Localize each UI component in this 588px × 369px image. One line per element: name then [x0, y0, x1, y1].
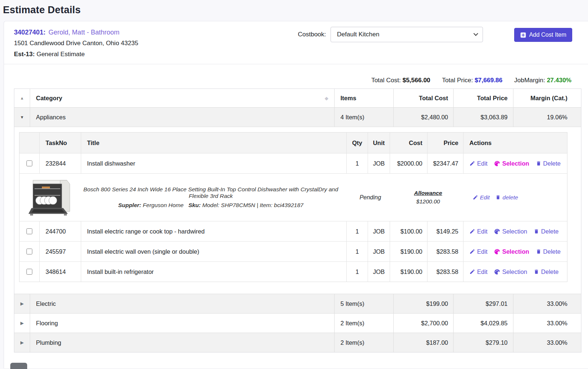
item-title: Install built-in refrigerator [81, 262, 347, 282]
selection-link[interactable]: Selection [494, 160, 529, 167]
category-row-plumbing[interactable]: ▶ Plumbing 2 Item(s) $187.00 $279.10 33.… [14, 333, 581, 352]
sort-icon[interactable]: ◆ [325, 95, 328, 101]
row-checkbox[interactable] [26, 228, 32, 234]
category-margin: 33.00% [513, 333, 581, 352]
costbook-label: Costbook: [298, 31, 326, 38]
category-row-flooring[interactable]: ▶ Flooring 2 Item(s) $2,700.00 $4,029.85… [14, 314, 581, 333]
collapse-icon[interactable]: ▼ [20, 115, 24, 119]
expand-icon[interactable]: ▶ [20, 340, 24, 345]
pencil-icon [469, 160, 475, 166]
item-taskno: 232844 [40, 153, 81, 173]
taskno-column-header: TaskNo [40, 133, 81, 153]
category-items: 2 Item(s) [335, 314, 394, 333]
item-unit: JOB [368, 242, 390, 261]
item-price: $283.58 [428, 262, 463, 282]
item-title: Install electric range or cook top - har… [81, 221, 347, 241]
price-column-header: Price [428, 133, 463, 153]
job-margin-value: 27.430% [547, 77, 571, 84]
pencil-icon [473, 195, 478, 200]
delete-link[interactable]: Delete [536, 160, 561, 167]
supplier-value: Ferguson Home [143, 202, 184, 208]
trash-icon [536, 249, 541, 254]
plus-square-icon [520, 32, 526, 38]
costbook-select[interactable]: Default Kitchen [331, 27, 483, 42]
category-table: ▲ Category◆ Items Total Cost Total Price… [14, 88, 581, 352]
category-row-appliances[interactable]: ▼ Appliances 4 Item(s) $2,480.00 $3,063.… [14, 108, 581, 127]
add-cost-item-label: Add Cost Item [529, 32, 566, 38]
edit-link[interactable]: Edit [469, 248, 487, 255]
category-total-cost: $2,480.00 [394, 108, 454, 127]
category-column-header: Category [36, 95, 62, 102]
item-taskno: 245597 [40, 242, 81, 261]
category-items: 2 Item(s) [335, 333, 394, 352]
item-cost: $100.00 [390, 221, 428, 241]
item-cost: $2000.00 [390, 153, 428, 173]
product-title: Bosch 800 Series 24 Inch Wide 16 Place S… [76, 186, 345, 199]
edit-link[interactable]: Edit [469, 268, 487, 275]
edit-link[interactable]: Edit [469, 160, 487, 167]
allowance-value: $1200.00 [416, 198, 440, 205]
item-cost: $190.00 [390, 262, 428, 282]
delete-link[interactable]: Delete [536, 248, 561, 255]
category-name: Electric [30, 294, 335, 313]
trash-icon [495, 195, 501, 200]
row-checkbox[interactable] [26, 249, 32, 254]
expand-icon[interactable]: ▶ [20, 301, 24, 306]
category-margin: 33.00% [513, 294, 581, 313]
job-margin-label: JobMargin: [514, 77, 545, 84]
item-price: $2347.47 [428, 153, 463, 173]
estimate-id-label: Est-13: [14, 51, 35, 58]
sku-value: Model: SHP78CM5N | Item: bci4392187 [202, 202, 303, 208]
job-number-link[interactable]: 34027401: [14, 29, 46, 36]
clipped-bottom-button[interactable] [10, 363, 27, 369]
category-total-cost: $2,700.00 [394, 314, 454, 333]
item-row: 245597 Install electric wall oven (singl… [19, 242, 567, 262]
item-unit: JOB [368, 221, 390, 241]
qty-column-header: Qty [347, 133, 368, 153]
trash-icon [536, 160, 541, 166]
pencil-icon [469, 269, 475, 275]
cost-column-header: Cost [390, 133, 428, 153]
edit-link[interactable]: Edit [469, 228, 487, 235]
product-status: Pending [349, 194, 392, 201]
item-table: TaskNo Title Qty Unit Cost Price Actions… [19, 132, 567, 282]
item-price: $149.25 [428, 221, 463, 241]
selection-link[interactable]: Selection [494, 248, 529, 255]
item-row: 244700 Install electric range or cook to… [19, 221, 567, 242]
collapse-all-icon[interactable]: ▲ [20, 96, 24, 100]
item-qty: 1 [347, 153, 368, 173]
title-column-header: Title [81, 133, 347, 153]
delete-link[interactable]: Delete [534, 268, 559, 275]
items-column-header: Items [335, 89, 394, 107]
expand-icon[interactable]: ▶ [20, 321, 24, 326]
unit-column-header: Unit [368, 133, 390, 153]
actions-column-header: Actions [463, 133, 567, 153]
category-name: Flooring [30, 314, 335, 333]
category-row-electric[interactable]: ▶ Electric 5 Item(s) $199.00 $297.01 33.… [14, 294, 581, 314]
chevron-down-icon [473, 31, 478, 36]
trash-icon [534, 228, 539, 234]
palette-icon [494, 160, 500, 167]
page-title: Estimate Details [0, 0, 588, 16]
estimate-card: 34027401:Gerold, Matt - Bathroom 1501 Ca… [4, 21, 588, 368]
category-total-price: $4,029.85 [454, 314, 513, 333]
selection-link[interactable]: Selection [494, 228, 527, 235]
add-cost-item-button[interactable]: Add Cost Item [514, 28, 572, 42]
product-image[interactable] [28, 179, 73, 216]
selection-link[interactable]: Selection [494, 268, 527, 275]
total-price-label: Total Price: [442, 77, 473, 84]
delete-link[interactable]: Delete [534, 228, 559, 235]
item-price: $283.58 [428, 242, 463, 261]
total-cost-value: $5,566.00 [403, 77, 430, 84]
total-cost-column-header: Total Cost [394, 89, 454, 107]
category-total-price: $3,063.89 [454, 108, 513, 127]
job-name-link[interactable]: Gerold, Matt - Bathroom [48, 29, 119, 36]
product-delete-link[interactable]: delete [495, 194, 518, 201]
row-checkbox[interactable] [26, 160, 32, 166]
category-margin: 19.06% [513, 108, 581, 127]
row-checkbox[interactable] [26, 269, 32, 275]
product-edit-link[interactable]: Edit [473, 194, 490, 201]
estimate-name: General Estimate [36, 51, 84, 58]
item-taskno: 244700 [40, 221, 81, 241]
card-header: 34027401:Gerold, Matt - Bathroom 1501 Ca… [4, 21, 588, 64]
